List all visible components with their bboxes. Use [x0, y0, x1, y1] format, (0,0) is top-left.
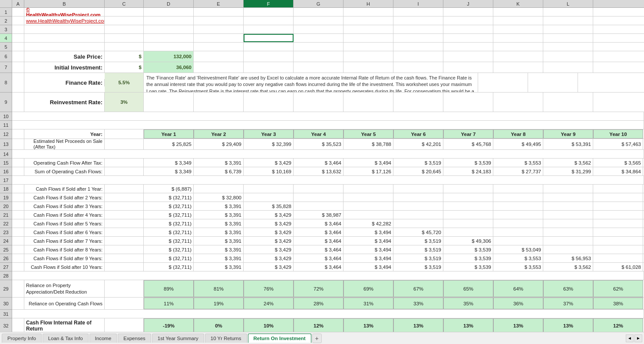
- cf4-y7: [443, 211, 493, 219]
- r6-i: [393, 51, 443, 62]
- tab-1st-year-summary[interactable]: 1st Year Summary: [152, 334, 204, 343]
- row-num-29: 29: [0, 280, 12, 298]
- tab-expenses[interactable]: Expenses: [118, 334, 151, 343]
- r2-f: [244, 17, 294, 25]
- cf5-y3: $ 3,429: [244, 219, 294, 228]
- year5-header: Year 5: [343, 129, 393, 139]
- r24-c: [105, 237, 144, 245]
- r1-url1[interactable]: © HealthWealthyWiseProject.com: [24, 8, 105, 16]
- cf2-y9: [543, 193, 593, 202]
- cf7-y6: $ 3,519: [393, 237, 443, 245]
- tab-property-info[interactable]: Property Info: [2, 334, 42, 343]
- tab-nav-right[interactable]: ►: [634, 334, 642, 342]
- r30-a: [12, 298, 24, 309]
- row-num-4: 4: [0, 34, 12, 43]
- cf8-y9: [543, 245, 593, 254]
- cf7-y5: $ 3,494: [343, 237, 393, 245]
- rc-y3: 24%: [244, 298, 294, 309]
- r4-a: [12, 34, 24, 42]
- scf-y5: $ 17,126: [343, 167, 393, 175]
- row-num-1: 1: [0, 8, 12, 17]
- r2-url2[interactable]: www.HealthWealthyWiseProject.com: [24, 17, 105, 25]
- r10-empty: [12, 112, 644, 120]
- cf4-label: Cash Flows if Sold after 4 Years:: [24, 211, 105, 219]
- r5-d: [144, 43, 194, 51]
- row-num-24: 24: [0, 237, 12, 245]
- row-9: Reinvestment Rate: 3%: [12, 93, 644, 112]
- ra-y7: 65%: [443, 280, 493, 297]
- year10-header: Year 10: [593, 129, 643, 139]
- col-header-c[interactable]: C: [105, 0, 144, 7]
- r1-a: [12, 8, 24, 16]
- ra-y10: 62%: [593, 280, 643, 297]
- col-header-g[interactable]: G: [294, 0, 343, 7]
- col-header-j[interactable]: J: [443, 0, 493, 7]
- r6-l: [543, 51, 593, 62]
- tab-loan-tax-info[interactable]: Loan & Tax Info: [43, 334, 89, 343]
- r18-a: [12, 185, 24, 193]
- np-y1: $ 25,825: [144, 139, 194, 149]
- cf3-y3: $ 35,828: [244, 202, 294, 210]
- initial-investment-label: Initial Investment:: [24, 62, 105, 73]
- r7-g: [294, 62, 343, 73]
- ocf-y1: $ 3,349: [144, 159, 194, 167]
- col-header-d[interactable]: D: [144, 0, 194, 7]
- cf2-y2: $ 32,800: [194, 193, 244, 202]
- r7-i: [393, 62, 443, 73]
- row-num-14: 14: [0, 150, 12, 159]
- col-header-h[interactable]: H: [343, 0, 393, 7]
- np-y10: $ 57,463: [593, 139, 643, 149]
- r5-g: [294, 43, 343, 51]
- cf4-y3: $ 3,429: [244, 211, 294, 219]
- r1-d: [144, 8, 194, 16]
- col-header-i[interactable]: I: [393, 0, 443, 7]
- tab-10yr-returns[interactable]: 10 Yr Returns: [205, 334, 247, 343]
- cf1-y8: [493, 185, 543, 193]
- col-header-l[interactable]: L: [543, 0, 593, 7]
- r6-g: [294, 51, 343, 62]
- finance-rate-value[interactable]: 5.5%: [105, 73, 144, 92]
- row-num-15: 15: [0, 159, 12, 167]
- r4-f[interactable]: [244, 34, 294, 42]
- year2-header: Year 2: [194, 129, 244, 139]
- r17-empty: [12, 176, 644, 184]
- r32-a: [12, 318, 24, 332]
- cf2-y1: $ (32,711): [144, 193, 194, 202]
- np-y2: $ 29,409: [194, 139, 244, 149]
- cf5-y2: $ 3,391: [194, 219, 244, 228]
- np-y6: $ 42,201: [393, 139, 443, 149]
- initial-investment-value[interactable]: 36,060: [144, 62, 194, 73]
- r16-c: [105, 167, 144, 175]
- col-header-e[interactable]: E: [194, 0, 244, 7]
- row-num-27: 27: [0, 263, 12, 271]
- sale-price-value[interactable]: 132,000: [144, 51, 194, 62]
- col-header-a[interactable]: A: [12, 0, 24, 7]
- tab-add-button[interactable]: +: [312, 334, 322, 343]
- r3-h: [343, 25, 393, 33]
- row-num-16: 16: [0, 167, 12, 176]
- cf3-label: Cash Flows if Sold after 3 Years:: [24, 202, 105, 210]
- cf5-y1: $ (32,711): [144, 219, 194, 228]
- scf-y1: $ 3,349: [144, 167, 194, 175]
- rc-y10: 38%: [593, 298, 643, 309]
- reinvestment-rate-label: Reinvestment Rate:: [24, 93, 105, 112]
- cf1-y3: [244, 185, 294, 193]
- tab-nav-left[interactable]: ◄: [626, 334, 634, 342]
- cf8-y8: $ 53,049: [493, 245, 543, 254]
- tab-income[interactable]: Income: [89, 334, 117, 343]
- col-header-b[interactable]: B: [24, 0, 105, 7]
- r9-j: [443, 93, 493, 112]
- col-header-k[interactable]: K: [493, 0, 543, 7]
- r6-f: [244, 51, 294, 62]
- cf2-y3: [244, 193, 294, 202]
- r24-a: [12, 237, 24, 245]
- tab-return-on-investment[interactable]: Return On Investment: [248, 334, 311, 343]
- cf5-y7: [443, 219, 493, 228]
- col-header-f[interactable]: F: [244, 0, 294, 7]
- r6-e: [194, 51, 244, 62]
- irr-y9: 13%: [543, 318, 593, 332]
- r2-g: [294, 17, 343, 25]
- reinvestment-rate-value[interactable]: 3%: [105, 93, 144, 112]
- row-num-28: 28: [0, 271, 12, 280]
- cf9-y7: $ 3,539: [443, 254, 493, 262]
